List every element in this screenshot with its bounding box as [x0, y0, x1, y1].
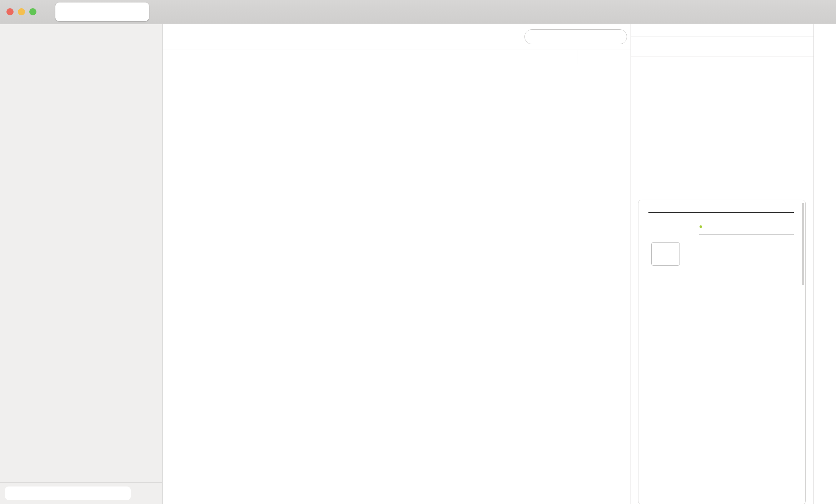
column-header-year[interactable] [577, 50, 611, 64]
minimize-window-button[interactable] [18, 8, 25, 15]
new-note-button[interactable] [251, 31, 270, 43]
mouse-cursor [0, 490, 9, 502]
pdf-left-sidebar [648, 219, 693, 294]
sync-icon[interactable] [819, 5, 832, 18]
new-attachment-button[interactable] [222, 30, 242, 43]
scrollbar-thumb[interactable] [802, 203, 804, 285]
tab-my-library[interactable] [55, 3, 149, 21]
zoom-window-button[interactable] [29, 8, 36, 15]
collections-search-icon[interactable] [137, 31, 149, 43]
tag-filter-funnel-icon[interactable] [136, 489, 152, 498]
chevron-up-icon[interactable] [799, 63, 807, 71]
new-collection-button[interactable] [8, 30, 21, 44]
attachments-section-header[interactable] [631, 56, 813, 75]
chevron-down-icon [237, 34, 242, 40]
pdf-main-column [699, 219, 794, 294]
column-header-attachment[interactable] [611, 50, 631, 64]
paperclip-icon [637, 62, 647, 72]
chevron-down-icon [185, 34, 191, 40]
new-item-button[interactable] [171, 30, 191, 43]
window-tab-bar [0, 0, 836, 24]
related-tab-icon[interactable] [820, 180, 830, 191]
chevron-down-icon [264, 34, 270, 40]
libraries-collections-tab-icon[interactable] [819, 143, 831, 155]
add-by-identifier-button[interactable] [200, 31, 212, 43]
column-header-creator[interactable] [477, 50, 577, 64]
magic-wand-icon [200, 31, 212, 43]
search-icon [530, 33, 538, 41]
tag-filter-bar [0, 482, 162, 504]
items-toolbar [163, 24, 631, 50]
attachments-tab-icon[interactable] [820, 100, 830, 111]
sidebar-toolbar [0, 24, 162, 50]
items-rows [163, 64, 631, 504]
chevron-down-icon[interactable] [799, 40, 807, 48]
pdf-authors [699, 224, 794, 229]
divider [818, 192, 832, 192]
pdf-first-page-preview [638, 200, 801, 504]
library-icon [62, 7, 71, 16]
close-window-button[interactable] [6, 8, 14, 15]
pdf-introduction-heading [699, 234, 794, 240]
check-for-updates-badge [651, 242, 680, 266]
tags-tab-icon[interactable] [820, 165, 830, 175]
locate-icon[interactable] [820, 200, 830, 211]
item-title [631, 24, 813, 36]
items-list-pane [163, 24, 631, 504]
search-input[interactable] [524, 29, 627, 44]
new-note-icon [251, 31, 263, 43]
info-tab-icon[interactable] [820, 54, 830, 65]
paperclip-icon [617, 53, 625, 61]
open-access-label [648, 287, 693, 291]
attachment-preview-card[interactable] [638, 200, 806, 504]
new-item-icon [171, 30, 184, 43]
abstract-icon [637, 39, 647, 49]
item-details-pane [631, 24, 813, 504]
filter-tags-input[interactable] [5, 486, 131, 500]
notes-tab-icon[interactable] [820, 121, 830, 132]
column-header-title[interactable] [163, 50, 477, 64]
add-attachment-plus-icon[interactable] [781, 63, 790, 71]
sort-descending-chevron-icon [584, 54, 589, 60]
collections-sidebar [0, 24, 163, 504]
new-attachment-icon [222, 30, 235, 43]
chevron-down-icon [541, 35, 545, 39]
abstract-tab-icon[interactable] [820, 76, 830, 87]
abstract-section-header[interactable] [631, 35, 813, 53]
tab-overflow-chevron-icon[interactable] [765, 6, 777, 18]
item-pane-rail [813, 24, 836, 504]
list-column-headers [163, 50, 631, 64]
